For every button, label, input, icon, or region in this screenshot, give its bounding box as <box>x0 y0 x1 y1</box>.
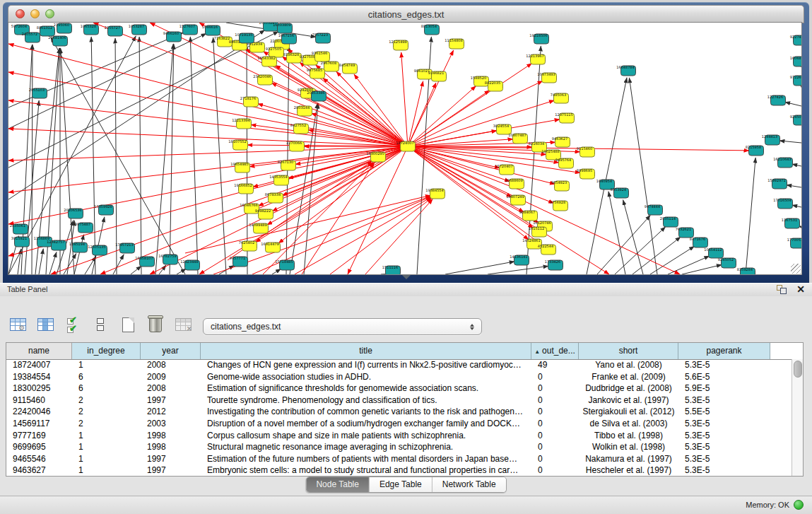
table-cell[interactable]: 6 <box>72 382 141 395</box>
table-cell[interactable]: 9463627 <box>6 465 72 477</box>
table-row[interactable]: 946362711997Embryonic stem cells: a mode… <box>6 465 792 477</box>
graph-edge[interactable] <box>408 50 454 146</box>
table-row[interactable]: 1456911722003Disruption of a novel membe… <box>6 418 792 430</box>
float-panel-icon[interactable] <box>777 285 787 294</box>
graph-edge[interactable] <box>623 200 643 274</box>
graph-edge[interactable] <box>131 266 141 274</box>
graph-edge[interactable] <box>408 100 554 146</box>
create-table-icon[interactable] <box>117 314 139 335</box>
table-cell[interactable]: 9699695 <box>6 441 72 453</box>
table-cell[interactable]: Franke et al. (2009) <box>579 371 678 383</box>
graph-edge[interactable] <box>330 198 432 274</box>
column-header-title[interactable]: title <box>201 343 531 359</box>
column-header-short[interactable]: short <box>579 343 678 359</box>
table-cell[interactable]: 0 <box>531 395 579 407</box>
table-cell[interactable]: 0 <box>531 465 579 477</box>
table-cell[interactable]: 2 <box>72 406 141 418</box>
graph-edge[interactable] <box>682 264 722 274</box>
table-cell[interactable]: 0 <box>531 453 579 465</box>
close-panel-icon[interactable]: ✕ <box>796 283 805 296</box>
table-cell[interactable]: 5.3E-5 <box>678 465 770 477</box>
graph-edge[interactable] <box>39 249 43 274</box>
table-cell[interactable]: 1998 <box>141 441 201 453</box>
table-cell[interactable]: Jankovic et al. (1997) <box>579 395 678 407</box>
graph-edge[interactable] <box>49 252 57 274</box>
table-cell[interactable]: Hescheler et al. (1997) <box>579 465 678 477</box>
table-cell[interactable]: 2 <box>72 418 141 430</box>
table-cell[interactable]: 0 <box>531 371 579 383</box>
table-cell[interactable]: 6 <box>72 371 141 383</box>
table-row[interactable]: 2242004622012Investigating the contribut… <box>6 406 792 418</box>
graph-edge[interactable] <box>272 269 281 274</box>
table-cell[interactable]: Stergiakouli et al. (2012) <box>579 406 678 418</box>
table-cell[interactable]: 1 <box>72 465 141 477</box>
select-all-icon[interactable]: ✔✔ <box>62 314 83 335</box>
column-header-in-degree[interactable]: in_degree <box>72 343 141 359</box>
table-cell[interactable]: Yano et al. (2008) <box>579 359 678 371</box>
column-header-pagerank[interactable]: pagerank <box>678 343 770 359</box>
table-cell[interactable]: 0 <box>531 441 579 453</box>
tab-edge-table[interactable]: Edge Table <box>370 477 433 492</box>
tab-node-table[interactable]: Node Table <box>306 477 370 492</box>
table-cell[interactable]: 1997 <box>141 465 201 477</box>
table-cell[interactable]: 19384554 <box>6 371 72 383</box>
graph-edge[interactable] <box>615 227 666 274</box>
table-cell[interactable]: Nakamura et al. (1997) <box>579 453 678 465</box>
graph-edge[interactable] <box>155 44 173 274</box>
table-cell[interactable]: Wolkin et al. (1998) <box>579 441 678 453</box>
scrollbar-thumb[interactable] <box>794 361 802 378</box>
table-settings-icon[interactable]: ⚙ <box>7 314 28 335</box>
table-cell[interactable]: 1997 <box>141 395 201 407</box>
graph-edge[interactable] <box>315 65 408 146</box>
window-titlebar[interactable]: citations_edges.txt <box>8 5 804 23</box>
table-row[interactable]: 911546021997Tourette syndrome. Phenomeno… <box>6 395 792 407</box>
table-cell[interactable]: 5.3E-5 <box>678 453 770 465</box>
graph-edge[interactable] <box>91 37 95 274</box>
resize-grip[interactable] <box>791 264 801 274</box>
table-cell[interactable]: 18724007 <box>6 359 72 371</box>
column-header-out-de-[interactable]: ▲out_de... <box>531 343 579 359</box>
table-cell[interactable]: 5.3E-5 <box>678 441 770 453</box>
close-window-button[interactable] <box>16 9 25 18</box>
graph-edge[interactable] <box>792 205 801 207</box>
graph-edge[interactable] <box>170 44 174 274</box>
graph-edge[interactable] <box>408 86 476 146</box>
table-cell[interactable]: 0 <box>531 418 579 430</box>
table-cell[interactable]: 9777169 <box>6 430 72 442</box>
table-cell[interactable]: Changes of HCN gene expression and I(f) … <box>201 359 531 371</box>
table-cell[interactable]: 1 <box>72 453 141 465</box>
graph-edge[interactable] <box>150 146 408 274</box>
table-cell[interactable]: 2012 <box>141 406 201 418</box>
table-row[interactable]: 1938455462009Genome-wide association stu… <box>6 371 792 383</box>
minimize-window-button[interactable] <box>30 9 40 18</box>
table-cell[interactable]: 2009 <box>141 371 201 383</box>
graph-edge[interactable] <box>311 113 408 146</box>
table-cell[interactable]: Dudbridge et al. (2008) <box>579 382 678 395</box>
graph-edge[interactable] <box>650 246 695 274</box>
table-cell[interactable]: 22420046 <box>6 406 72 418</box>
table-cell[interactable]: de Silva et al. (2003) <box>579 418 678 430</box>
column-header-name[interactable]: name <box>6 343 72 359</box>
table-cell[interactable]: Tourette syndrome. Phenomenology and cla… <box>201 395 531 407</box>
table-cell[interactable]: 2 <box>72 395 141 407</box>
table-row[interactable]: 969969511998Structural magnetic resonanc… <box>6 441 792 453</box>
table-row[interactable]: 946554611997Estimation of the future num… <box>6 453 792 465</box>
table-cell[interactable]: 1 <box>72 430 141 442</box>
table-cell[interactable]: 1 <box>72 441 141 453</box>
table-cell[interactable]: 5.3E-5 <box>678 418 770 430</box>
table-cell[interactable]: 5.9E-5 <box>678 382 770 395</box>
table-cell[interactable]: 5.3E-5 <box>678 359 770 371</box>
table-cell[interactable]: 49 <box>531 359 579 371</box>
table-cell[interactable]: Structural magnetic resonance image aver… <box>201 441 531 453</box>
table-cell[interactable]: Disruption of a novel member of a sodium… <box>201 418 531 430</box>
vertical-scrollbar[interactable] <box>792 359 803 476</box>
table-cell[interactable]: Genome-wide association studies in ADHD. <box>201 371 531 383</box>
graph-edge[interactable] <box>488 266 548 274</box>
table-row[interactable]: 1830029562008Estimation of significance … <box>6 382 792 395</box>
rows-icon[interactable] <box>90 314 111 335</box>
zoom-window-button[interactable] <box>45 9 54 18</box>
split-pane-handle[interactable] <box>402 275 411 279</box>
graph-edge[interactable] <box>8 30 265 199</box>
table-cell[interactable]: 14569117 <box>6 418 72 430</box>
graph-edge[interactable] <box>278 146 408 243</box>
